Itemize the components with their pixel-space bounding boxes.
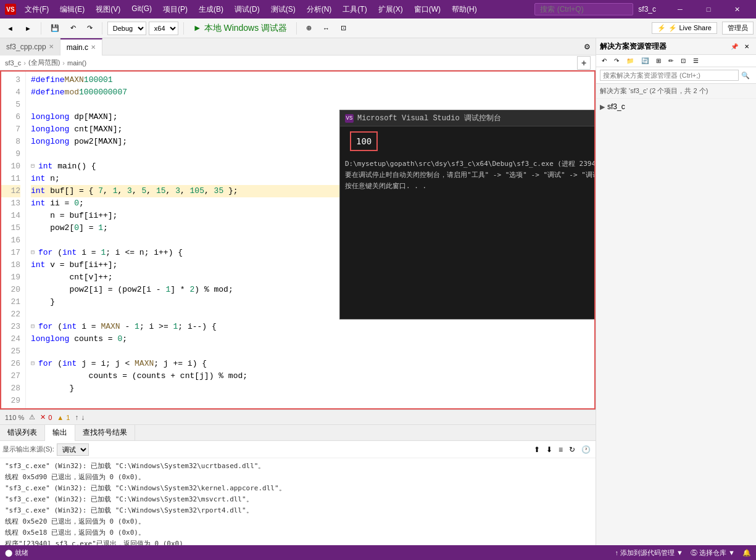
solution-explorer-title: 解决方案资源管理器: [600, 41, 667, 52]
tab-settings-icon[interactable]: ⚙: [584, 43, 591, 51]
tab-output[interactable]: 输出: [45, 425, 75, 441]
tab-error-list[interactable]: 错误列表: [0, 425, 45, 441]
tab-sf3-cpp[interactable]: sf3_cpp.cpp ✕: [0, 38, 60, 56]
window-controls: ─ □ ✕: [666, 0, 751, 19]
platform-select[interactable]: x64: [149, 22, 178, 35]
minimize-button[interactable]: ─: [666, 0, 694, 19]
breadcrumb-add-button[interactable]: +: [577, 56, 591, 70]
undo-button[interactable]: ↶: [66, 22, 80, 35]
solution-search-box: 🔍: [596, 67, 756, 84]
code-line-4: #define mod 1000000007: [31, 86, 589, 99]
toolbar-misc-1[interactable]: ⊕: [302, 22, 316, 35]
menu-analyze[interactable]: 分析(N): [302, 3, 337, 16]
panel-close-button[interactable]: ✕: [741, 41, 752, 52]
sol-btn-8[interactable]: ☰: [690, 56, 702, 65]
code-line-23: ⊟for (int i = MAXN - 1; i >= 1; i--) {: [31, 321, 589, 333]
nav-up-button[interactable]: ↑: [75, 413, 78, 422]
debug-line-1: D:\mysetup\gopath\src\dsy\sf3_c\x64\Debu…: [345, 159, 596, 170]
menu-project[interactable]: 项目(P): [158, 3, 193, 16]
line-numbers: 3456789 1011121314 151617181920 21222324…: [1, 72, 26, 408]
menu-edit[interactable]: 编辑(E): [55, 3, 89, 16]
code-editor[interactable]: 3456789 1011121314 151617181920 21222324…: [0, 70, 596, 410]
ready-icon: ⬤: [5, 549, 12, 557]
toolbar-separator-4: [296, 22, 297, 35]
output-btn-1[interactable]: ⬆: [531, 445, 542, 455]
sol-btn-1[interactable]: ↶: [599, 56, 610, 65]
debug-console: VS Microsoft Visual Studio 调试控制台 100 D:\…: [339, 110, 596, 319]
add-source-button[interactable]: ↑ 添加到源代码管理 ▼: [615, 548, 684, 558]
save-button[interactable]: 💾: [46, 22, 64, 35]
menu-window[interactable]: 窗口(W): [409, 3, 446, 16]
breadcrumb-sep-1: ›: [23, 59, 26, 67]
solution-search-input[interactable]: [600, 70, 739, 81]
menu-debug[interactable]: 调试(D): [230, 3, 265, 16]
output-btn-2[interactable]: ⬇: [544, 445, 555, 455]
code-line-30: dp[i] = (pow2[counts] - 1 + mod) % mod;: [31, 407, 589, 408]
live-share-button[interactable]: ⚡ ⚡ Live Share: [652, 22, 717, 34]
tab-main-c-close[interactable]: ✕: [91, 44, 96, 51]
notification-icon[interactable]: 🔔: [742, 549, 751, 557]
menu-help[interactable]: 帮助(H): [447, 3, 482, 16]
status-ready: ⬤ 就绪: [5, 548, 28, 558]
editor-tabs: sf3_cpp.cpp ✕ main.c ✕ ⚙: [0, 38, 596, 56]
error-count: ✕ 0: [40, 413, 52, 421]
output-line-4: "sf3_c.exe" (Win32): 已加载 "C:\Windows\Sys…: [5, 494, 591, 505]
debug-config-group: Debug x64: [107, 22, 178, 35]
tab-settings: ⚙: [579, 43, 596, 51]
output-source-select[interactable]: 调试: [57, 443, 89, 456]
sol-btn-3[interactable]: 📁: [623, 56, 637, 65]
sol-btn-4[interactable]: 🔄: [638, 56, 652, 65]
output-btn-4[interactable]: ↻: [567, 445, 578, 455]
back-button[interactable]: ◄: [2, 22, 18, 35]
warning-count: ▲ 1: [57, 414, 70, 421]
forward-button[interactable]: ►: [20, 22, 36, 35]
sol-btn-2[interactable]: ↷: [611, 56, 622, 65]
maximize-button[interactable]: □: [694, 0, 723, 19]
sol-btn-5[interactable]: ⊞: [653, 56, 664, 65]
status-bar-left: ⬤ 就绪: [5, 548, 28, 558]
global-search-input[interactable]: [534, 3, 633, 15]
sol-btn-7[interactable]: ⊡: [678, 56, 689, 65]
tab-find-symbols[interactable]: 查找符号结果: [75, 425, 135, 441]
tab-main-c[interactable]: main.c ✕: [60, 38, 102, 56]
sol-btn-6[interactable]: ✏: [665, 56, 676, 65]
code-line-5: [31, 99, 589, 111]
menu-file[interactable]: 文件(F): [20, 3, 54, 16]
tree-item-sf3c[interactable]: ▶ sf3_c: [596, 101, 756, 112]
debug-console-title-bar: VS Microsoft Visual Studio 调试控制台: [340, 110, 596, 126]
debug-console-content[interactable]: D:\mysetup\gopath\src\dsy\sf3_c\x64\Debu…: [340, 156, 596, 319]
breadcrumb-project[interactable]: sf3_c: [5, 59, 21, 67]
live-share-label: ⚡ Live Share: [668, 24, 712, 32]
breadcrumb-scope[interactable]: (全局范围): [28, 58, 60, 67]
menu-extensions[interactable]: 扩展(X): [373, 3, 408, 16]
redo-button[interactable]: ↷: [83, 22, 97, 35]
code-line-26: ⊟for (int j = i; j < MAXN; j += i) {: [31, 358, 589, 370]
vs-logo-icon: VS: [5, 4, 16, 15]
breadcrumb-function[interactable]: main(): [67, 59, 86, 67]
debug-config-select[interactable]: Debug: [107, 22, 146, 35]
menu-test[interactable]: 测试(S): [266, 3, 301, 16]
toolbar-misc-2[interactable]: ↔: [318, 22, 334, 35]
navigation-arrows: ↑ ↓: [75, 413, 85, 422]
tab-sf3-cpp-close[interactable]: ✕: [49, 43, 54, 50]
solution-tree: ▶ sf3_c: [596, 99, 756, 115]
menu-tools[interactable]: 工具(T): [338, 3, 372, 16]
code-line-27: counts = (counts + cnt[j]) % mod;: [31, 370, 589, 382]
select-repo-button[interactable]: ⑤ 选择仓库 ▼: [691, 548, 735, 558]
menu-build[interactable]: 生成(B): [194, 3, 228, 16]
breadcrumb-sep-2: ›: [62, 59, 65, 67]
window-title: sf3_c: [638, 5, 656, 14]
solution-search-button[interactable]: 🔍: [739, 70, 752, 81]
menu-git[interactable]: Git(G): [127, 3, 157, 16]
tab-main-c-label: main.c: [67, 43, 88, 52]
manage-button[interactable]: 管理员: [722, 22, 754, 35]
panel-pin-button[interactable]: 📌: [729, 41, 740, 52]
run-button[interactable]: ► 本地 Windows 调试器: [189, 20, 291, 36]
output-source-label: 显示输出来源(S):: [2, 445, 54, 454]
output-btn-3[interactable]: ≡: [556, 445, 565, 455]
close-button[interactable]: ✕: [723, 0, 751, 19]
menu-view[interactable]: 视图(V): [91, 3, 125, 16]
output-btn-5[interactable]: 🕐: [579, 445, 593, 455]
toolbar-misc-3[interactable]: ⊡: [336, 22, 351, 35]
nav-down-button[interactable]: ↓: [81, 413, 85, 422]
